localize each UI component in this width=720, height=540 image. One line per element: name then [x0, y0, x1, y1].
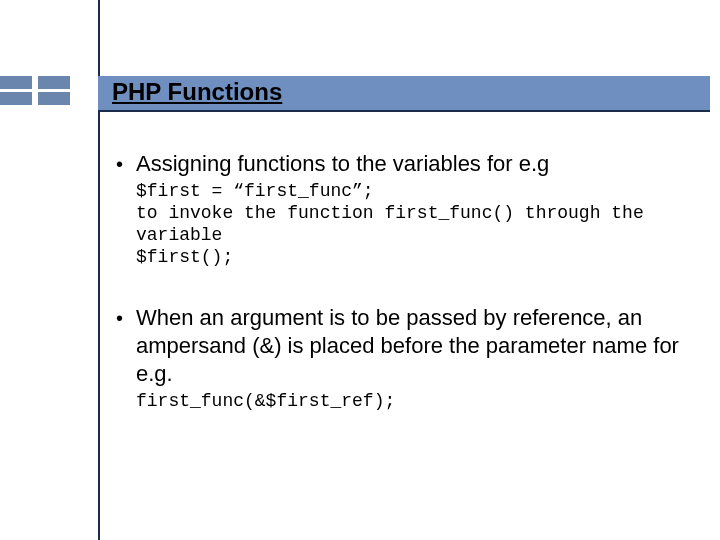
bullet-body: When an argument is to be passed by refe… — [136, 304, 680, 412]
title-underline — [98, 110, 710, 112]
bullet-dot-icon: • — [116, 304, 136, 412]
slide-content: • Assigning functions to the variables f… — [116, 150, 680, 418]
slide-title: PHP Functions — [112, 78, 282, 106]
bullet-item: • When an argument is to be passed by re… — [116, 304, 680, 412]
slide: PHP Functions • Assigning functions to t… — [0, 0, 720, 540]
bullet-text: When an argument is to be passed by refe… — [136, 304, 680, 388]
bullet-text: Assigning functions to the variables for… — [136, 150, 680, 178]
code-block: $first = “first_func”; to invoke the fun… — [136, 180, 680, 268]
bullet-dot-icon: • — [116, 150, 136, 298]
bullet-item: • Assigning functions to the variables f… — [116, 150, 680, 298]
decorative-squares-row2 — [0, 92, 88, 120]
decorative-square — [0, 76, 32, 89]
code-block: first_func(&$first_ref); — [136, 390, 680, 412]
decorative-square — [0, 92, 32, 105]
decorative-square — [38, 92, 70, 105]
decorative-square — [38, 76, 70, 89]
bullet-body: Assigning functions to the variables for… — [136, 150, 680, 298]
